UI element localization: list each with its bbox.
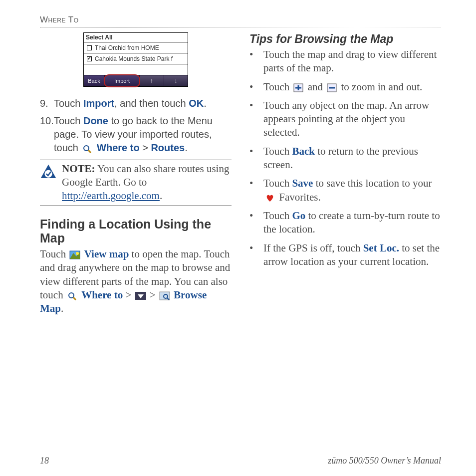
select-all-header: Select All	[84, 33, 188, 42]
tip-text: Touch the map and drag to view different…	[263, 48, 441, 75]
ui-term: Set Loc.	[363, 242, 399, 254]
page-number: 18	[40, 456, 49, 466]
step-10: 10. Touch Done to go back to the Menu pa…	[40, 114, 232, 155]
step-text: Touch Done to go back to the Menu page. …	[54, 114, 232, 155]
ui-term: OK	[189, 98, 204, 109]
plus-icon	[293, 83, 304, 93]
tips-heading: Tips for Browsing the Map	[249, 32, 441, 46]
bullet-icon: •	[249, 48, 263, 75]
tip-text: Touch Go to create a turn-by-turn route …	[263, 209, 441, 237]
bullet-icon: •	[249, 177, 263, 204]
minus-icon	[326, 83, 337, 93]
tip-item: •Touch and to zoom in and out.	[249, 80, 441, 94]
section-body: Touch View map to open the map. Touch an…	[40, 247, 232, 315]
step-number: 10.	[40, 114, 54, 155]
tip-text: Touch Save to save this location to your…	[263, 177, 441, 204]
ui-term: Import	[83, 98, 114, 109]
device-screenshot: Select All Thai Orchid from HOME Cahokia…	[83, 32, 188, 87]
ui-term: Back	[292, 145, 315, 157]
svg-point-6	[76, 252, 79, 255]
two-column-layout: Select All Thai Orchid from HOME Cahokia…	[40, 32, 441, 316]
note-block: NOTE: You can also share routes using Go…	[40, 160, 232, 206]
checkbox-unchecked-icon	[87, 45, 92, 50]
tip-text: Touch Back to return to the previous scr…	[263, 145, 441, 172]
arrow-up-icon: ↑	[150, 77, 153, 84]
bullet-icon: •	[249, 80, 263, 94]
numbered-steps: 9. Touch Import, and then touch OK. 10. …	[40, 97, 232, 155]
svg-point-3	[44, 170, 52, 178]
list-item-label: Thai Orchid from HOME	[95, 44, 159, 51]
ui-term: Routes	[151, 142, 185, 153]
view-map-icon	[69, 250, 80, 260]
right-column: Tips for Browsing the Map •Touch the map…	[249, 32, 441, 316]
tip-item: •Touch Go to create a turn-by-turn route…	[249, 209, 441, 237]
tip-item: •Touch Back to return to the previous sc…	[249, 145, 441, 172]
svg-point-7	[69, 293, 74, 298]
url-link[interactable]: http://earth.google.com	[62, 190, 160, 202]
tip-text: If the GPS is off, touch Set Loc. to set…	[263, 241, 441, 269]
manual-title: zūmo 500/550 Owner’s Manual	[328, 456, 441, 466]
ui-term: Where to	[81, 289, 123, 301]
device-toolbar: Back Import ↑ ↓	[84, 75, 188, 86]
step-text: Touch Import, and then touch OK.	[54, 97, 207, 110]
tip-item: •Touch Save to save this location to you…	[249, 177, 441, 204]
step-9: 9. Touch Import, and then touch OK.	[40, 97, 232, 110]
bullet-icon: •	[249, 209, 263, 237]
bullet-icon: •	[249, 145, 263, 172]
browse-map-icon	[159, 291, 170, 301]
section-heading: Finding a Location Using the Map	[40, 217, 232, 246]
import-button: Import	[105, 75, 140, 86]
list-item: Thai Orchid from HOME	[84, 42, 188, 53]
arrow-down-icon: ↓	[174, 77, 177, 84]
heart-icon	[264, 193, 275, 203]
down-button: ↓	[164, 75, 188, 86]
tip-item: •If the GPS is off, touch Set Loc. to se…	[249, 241, 441, 269]
list-item: Cahokia Mounds State Park f	[84, 53, 188, 64]
svg-line-1	[88, 150, 91, 153]
tips-list: •Touch the map and drag to view differen…	[249, 48, 441, 268]
running-head: Where To	[40, 15, 441, 27]
up-button: ↑	[140, 75, 164, 86]
import-button-label: Import	[114, 78, 130, 84]
note-label: NOTE:	[62, 163, 95, 175]
svg-point-0	[84, 146, 89, 151]
left-column: Select All Thai Orchid from HOME Cahokia…	[40, 32, 232, 316]
tip-text: Touch and to zoom in and out.	[263, 80, 422, 94]
step-number: 9.	[40, 97, 54, 110]
bullet-icon: •	[249, 99, 263, 140]
down-arrow-icon	[135, 291, 146, 301]
back-button: Back	[84, 75, 105, 86]
ui-term: View map	[84, 248, 129, 260]
magnifier-icon	[67, 291, 78, 301]
tip-item: •Touch any object on the map. An arrow a…	[249, 99, 441, 140]
list-item-label: Cahokia Mounds State Park f	[95, 55, 173, 62]
checkbox-checked-icon	[87, 56, 92, 61]
ui-term: Done	[83, 115, 108, 126]
tip-item: •Touch the map and drag to view differen…	[249, 48, 441, 75]
magnifier-icon	[82, 144, 93, 154]
tip-text: Touch any object on the map. An arrow ap…	[263, 99, 441, 140]
page-footer: 18 zūmo 500/550 Owner’s Manual	[40, 456, 441, 466]
list-item-empty	[84, 64, 188, 75]
ui-term: Where to	[97, 142, 140, 153]
ui-term: Save	[292, 177, 313, 189]
note-text: NOTE: You can also share routes using Go…	[62, 162, 232, 203]
note-check-icon	[40, 164, 57, 181]
svg-line-8	[73, 297, 76, 300]
bullet-icon: •	[249, 241, 263, 269]
ui-term: Go	[292, 210, 305, 222]
